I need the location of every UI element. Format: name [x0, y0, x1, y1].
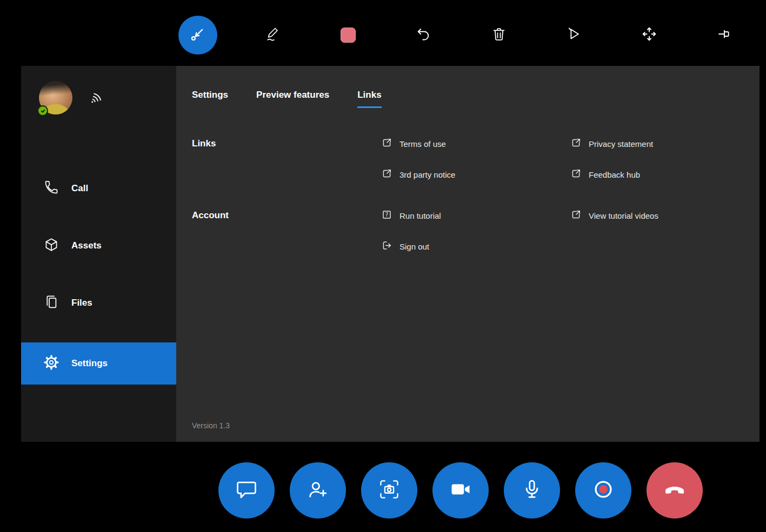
settings-tabs: Settings Preview features Links — [192, 90, 760, 108]
link-label: Feedback hub — [589, 170, 640, 179]
mic-button[interactable] — [504, 462, 560, 518]
mic-icon — [520, 477, 544, 503]
tab-settings[interactable]: Settings — [192, 90, 228, 108]
links-grid: Terms of use Privacy statement — [381, 137, 760, 181]
chat-button[interactable] — [218, 462, 275, 518]
pin-icon — [716, 26, 732, 44]
account-section: Account ? Run tutorial — [192, 209, 760, 253]
avatar[interactable] — [39, 81, 72, 115]
sidebar-item-label: Settings — [71, 358, 108, 369]
sidebar: Call Assets — [21, 66, 176, 442]
external-link-icon — [570, 209, 582, 222]
pin-toolbar-button[interactable] — [705, 16, 744, 55]
sidebar-item-label: Call — [71, 183, 88, 194]
link-privacy-statement[interactable]: Privacy statement — [570, 137, 760, 150]
account-grid: ? Run tutorial View — [381, 209, 760, 253]
link-label: Run tutorial — [399, 211, 441, 220]
ink-pen-icon — [265, 26, 281, 44]
svg-text:?: ? — [385, 211, 389, 218]
link-sign-out[interactable]: Sign out — [381, 240, 570, 253]
chat-icon — [235, 477, 258, 503]
color-swatch-icon — [341, 28, 356, 43]
record-button[interactable] — [575, 462, 631, 518]
link-label: View tutorial videos — [589, 211, 658, 220]
link-label: 3rd party notice — [399, 170, 455, 179]
box-icon — [44, 237, 59, 255]
files-icon — [44, 294, 59, 312]
links-section: Links Terms of use — [192, 137, 760, 181]
annotation-toolbar — [178, 15, 744, 55]
sidebar-item-settings[interactable]: Settings — [21, 342, 176, 385]
link-run-tutorial[interactable]: ? Run tutorial — [381, 209, 570, 222]
link-label: Terms of use — [399, 139, 446, 149]
presence-available-icon — [37, 105, 48, 116]
external-link-icon — [381, 168, 392, 181]
link-label: Sign out — [399, 242, 429, 251]
move-icon — [641, 26, 657, 44]
video-button[interactable] — [432, 462, 489, 518]
ink-tool-button[interactable] — [254, 16, 292, 55]
arrow-annotation-icon — [189, 25, 207, 45]
network-signal-icon — [89, 88, 106, 107]
snapshot-icon — [377, 477, 401, 503]
gear-icon — [44, 355, 59, 373]
external-link-icon — [570, 168, 582, 181]
end-call-button[interactable] — [647, 462, 703, 518]
links-section-title: Links — [192, 137, 381, 149]
add-participant-button[interactable] — [290, 462, 346, 518]
snapshot-button[interactable] — [361, 462, 417, 518]
pointer-tool-button[interactable] — [555, 16, 594, 55]
video-camera-icon — [449, 477, 472, 503]
end-call-icon — [663, 477, 687, 503]
color-picker-button[interactable] — [329, 16, 368, 55]
sidebar-item-files[interactable]: Files — [21, 285, 176, 321]
trash-icon — [491, 26, 507, 44]
record-icon — [591, 477, 615, 503]
sidebar-item-label: Files — [71, 298, 92, 308]
account-section-title: Account — [192, 209, 381, 221]
link-view-tutorial-videos[interactable]: View tutorial videos — [570, 209, 760, 222]
call-controls — [218, 462, 703, 518]
app-frame: Call Assets — [21, 66, 745, 442]
link-label: Privacy statement — [589, 139, 653, 149]
sign-out-icon — [381, 240, 392, 253]
undo-button[interactable] — [404, 16, 443, 55]
phone-icon — [44, 180, 59, 198]
sidebar-nav: Call Assets — [21, 171, 176, 394]
link-terms-of-use[interactable]: Terms of use — [381, 137, 570, 150]
profile-area — [39, 81, 176, 115]
add-participant-icon — [306, 477, 330, 503]
question-icon: ? — [381, 209, 392, 222]
version-label: Version 1.3 — [192, 421, 230, 430]
link-3rd-party-notice[interactable]: 3rd party notice — [381, 168, 570, 181]
undo-icon — [415, 26, 431, 44]
external-link-icon — [381, 137, 392, 150]
tab-links[interactable]: Links — [357, 90, 381, 108]
move-tool-button[interactable] — [630, 16, 669, 55]
sidebar-item-call[interactable]: Call — [21, 171, 176, 206]
sidebar-item-assets[interactable]: Assets — [21, 228, 176, 264]
link-feedback-hub[interactable]: Feedback hub — [570, 168, 760, 181]
sidebar-item-label: Assets — [71, 240, 102, 251]
remote-assist-app: Call Assets — [0, 0, 766, 532]
delete-annotations-button[interactable] — [479, 16, 518, 55]
settings-panel: Settings Preview features Links Links — [176, 66, 760, 442]
pointer-icon — [566, 26, 582, 44]
tab-preview-features[interactable]: Preview features — [256, 90, 329, 108]
arrow-annotation-tool-button[interactable] — [178, 16, 217, 55]
external-link-icon — [570, 137, 582, 150]
